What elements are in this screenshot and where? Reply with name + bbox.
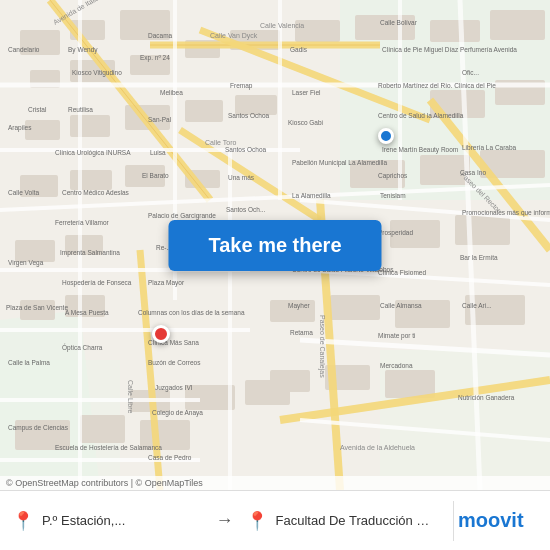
svg-rect-48: [245, 380, 290, 405]
svg-text:By Wendy: By Wendy: [68, 46, 98, 54]
svg-rect-36: [455, 215, 510, 245]
svg-text:Nutrición Ganadera: Nutrición Ganadera: [458, 394, 515, 401]
svg-text:Óptica Charra: Óptica Charra: [62, 343, 103, 352]
svg-text:Mayher: Mayher: [288, 302, 311, 310]
svg-text:Calle la Palma: Calle la Palma: [8, 359, 50, 366]
svg-text:Luisa: Luisa: [150, 149, 166, 156]
svg-text:Melibea: Melibea: [160, 89, 183, 96]
svg-text:Bar la Ermita: Bar la Ermita: [460, 254, 498, 261]
svg-text:Candelario: Candelario: [8, 46, 40, 53]
svg-text:Ferretería Villamor: Ferretería Villamor: [55, 219, 110, 226]
svg-text:Plaza Mayor: Plaza Mayor: [148, 279, 185, 287]
svg-text:Casa Ino: Casa Ino: [460, 169, 486, 176]
svg-text:Calle Toro: Calle Toro: [205, 139, 236, 146]
svg-text:Campus de Ciencias: Campus de Ciencias: [8, 424, 69, 432]
map-container[interactable]: Avenida de Italia Calle Van Dyck Calle V…: [0, 0, 550, 490]
svg-rect-20: [185, 100, 223, 122]
svg-text:Calle Valencia: Calle Valencia: [260, 22, 304, 29]
svg-text:Imprenta Salmantina: Imprenta Salmantina: [60, 249, 120, 257]
svg-text:Avenida de la Aldehuela: Avenida de la Aldehuela: [340, 444, 415, 451]
svg-text:A Mesa Puesta: A Mesa Puesta: [65, 309, 109, 316]
svg-text:Irene Martín Beauty Room: Irene Martín Beauty Room: [382, 146, 458, 154]
svg-text:Caprichos: Caprichos: [378, 172, 408, 180]
destination-info[interactable]: 📍 Facultad De Traducción Y Documen...: [234, 510, 450, 532]
svg-text:Perfumería Avenida: Perfumería Avenida: [460, 46, 517, 53]
svg-text:Kiosco Vitigudino: Kiosco Vitigudino: [72, 69, 122, 77]
svg-text:Clínica Urológica INURSA: Clínica Urológica INURSA: [55, 149, 131, 157]
svg-text:Laser Fiel: Laser Fiel: [292, 89, 321, 96]
svg-text:Calle Libre: Calle Libre: [127, 380, 134, 414]
svg-text:Santos Och...: Santos Och...: [226, 206, 266, 213]
svg-rect-18: [70, 115, 110, 137]
moovit-logo: moovit: [458, 505, 550, 537]
svg-text:Santos Ochoa: Santos Ochoa: [228, 112, 270, 119]
svg-text:Una más: Una más: [228, 174, 255, 181]
arrow-icon: →: [216, 510, 234, 531]
svg-text:Ofic...: Ofic...: [462, 69, 479, 76]
svg-text:Colegio de Anaya: Colegio de Anaya: [152, 409, 203, 417]
svg-text:Promocionales más que informát: Promocionales más que informática: [462, 209, 550, 217]
svg-text:San-Pal: San-Pal: [148, 116, 172, 123]
origin-icon: 📍: [12, 510, 34, 532]
svg-text:Plaza de San Vicente: Plaza de San Vicente: [6, 304, 68, 311]
svg-text:Exp. nº 24: Exp. nº 24: [140, 54, 170, 62]
bottom-bar: 📍 P.º Estación,... → 📍 Facultad De Tradu…: [0, 490, 550, 550]
svg-text:Columnas con los días de la se: Columnas con los días de la semana: [138, 309, 245, 316]
svg-text:Buzón de Correos: Buzón de Correos: [148, 359, 201, 366]
svg-text:Virgen Vega: Virgen Vega: [8, 259, 44, 267]
svg-text:Pabellón Municipal La Alamedil: Pabellón Municipal La Alamedilla: [292, 159, 387, 167]
svg-text:moovit: moovit: [458, 509, 524, 531]
svg-text:Centro de Salud la Alamedilla: Centro de Salud la Alamedilla: [378, 112, 464, 119]
svg-text:Juzgados IVI: Juzgados IVI: [155, 384, 193, 392]
destination-name: Facultad De Traducción Y Documen...: [276, 513, 438, 528]
svg-rect-50: [80, 415, 125, 443]
svg-text:Calle Almansa: Calle Almansa: [380, 302, 422, 309]
svg-text:Calle Bolívar: Calle Bolívar: [380, 19, 418, 26]
svg-text:La Alamedilla: La Alamedilla: [292, 192, 331, 199]
svg-text:Cristal: Cristal: [28, 106, 47, 113]
svg-rect-40: [330, 295, 380, 320]
svg-text:Clínica Fisiomed: Clínica Fisiomed: [378, 269, 426, 276]
svg-text:Calle Van Dyck: Calle Van Dyck: [210, 32, 258, 40]
svg-text:Arapiles: Arapiles: [8, 124, 32, 132]
svg-text:Casa de Pedro: Casa de Pedro: [148, 454, 192, 461]
copyright-text: © OpenStreetMap contributors | © OpenMap…: [6, 478, 203, 488]
take-me-there-button[interactable]: Take me there: [168, 220, 381, 271]
svg-text:Santos Ochoa: Santos Ochoa: [225, 146, 267, 153]
destination-marker: [152, 325, 170, 343]
svg-text:Hospedería de Fonseca: Hospedería de Fonseca: [62, 279, 132, 287]
svg-text:Roberto Martínez del Río. Clín: Roberto Martínez del Río. Clínica del Pi…: [378, 82, 496, 89]
svg-rect-16: [490, 10, 545, 40]
svg-text:Paseo de Canalejas: Paseo de Canalejas: [318, 315, 326, 378]
svg-text:Mercadona: Mercadona: [380, 362, 413, 369]
svg-text:Calle Volta: Calle Volta: [8, 189, 39, 196]
copyright-bar: © OpenStreetMap contributors | © OpenMap…: [0, 476, 550, 490]
svg-text:Librería La Caraba: Librería La Caraba: [462, 144, 517, 151]
svg-text:El Barato: El Barato: [142, 172, 169, 179]
svg-text:Mimate por ti: Mimate por ti: [378, 332, 416, 340]
svg-rect-15: [430, 20, 480, 42]
svg-text:Retama: Retama: [290, 329, 313, 336]
origin-name: P.º Estación,...: [42, 513, 125, 528]
svg-text:Gadis: Gadis: [290, 46, 308, 53]
svg-text:Palacio de Garcigrande: Palacio de Garcigrande: [148, 212, 216, 220]
svg-text:Centro Médico Adeslas: Centro Médico Adeslas: [62, 189, 130, 196]
destination-icon: 📍: [246, 510, 268, 532]
svg-text:Clínica de Pie Miguel Díaz: Clínica de Pie Miguel Díaz: [382, 46, 459, 54]
origin-info[interactable]: 📍 P.º Estación,...: [0, 510, 216, 532]
svg-rect-25: [70, 170, 112, 190]
svg-text:Fremap: Fremap: [230, 82, 253, 90]
svg-text:Calle Ari...: Calle Ari...: [462, 302, 492, 309]
svg-text:Reutilisa: Reutilisa: [68, 106, 93, 113]
svg-rect-45: [385, 370, 435, 398]
svg-text:Kiosco Gabi: Kiosco Gabi: [288, 119, 323, 126]
svg-text:Prosperidad: Prosperidad: [378, 229, 413, 237]
svg-text:Tenislam: Tenislam: [380, 192, 406, 199]
current-location-marker: [378, 128, 394, 144]
divider: [453, 501, 454, 541]
svg-text:Escuela de Hostelería de Salam: Escuela de Hostelería de Salamanca: [55, 444, 162, 451]
svg-text:Dacama: Dacama: [148, 32, 173, 39]
